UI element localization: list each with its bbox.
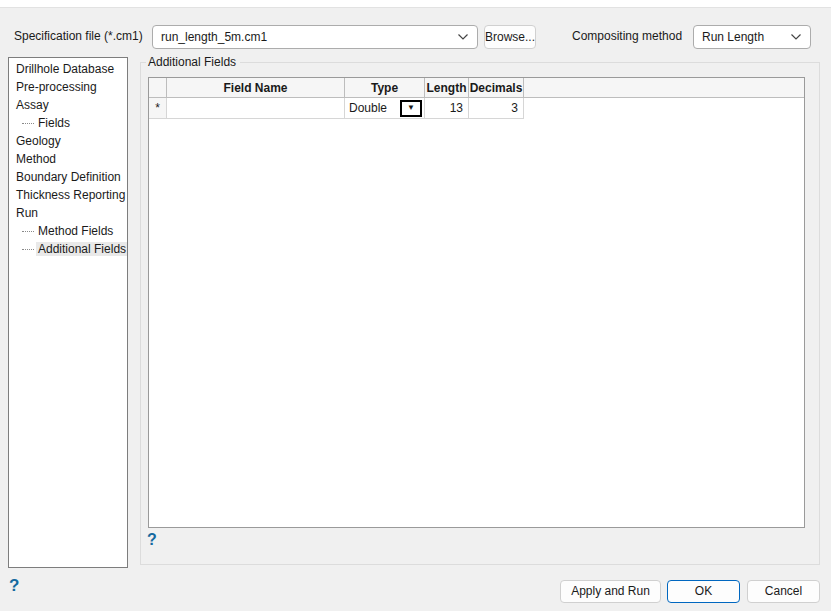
compositing-method-label: Compositing method	[572, 29, 682, 43]
compositing-dialog: { "header": { "spec_label": "Specificati…	[0, 0, 831, 611]
tree-item-pre-processing[interactable]: Pre-processing	[9, 78, 127, 96]
grid-help-icon[interactable]: ?	[147, 531, 157, 549]
tree-item-method-fields[interactable]: Method Fields	[9, 222, 127, 240]
settings-nav-tree: Drillhole Database Pre-processing Assay …	[8, 57, 128, 568]
chevron-down-icon	[790, 33, 802, 41]
type-cell[interactable]: Double ▼	[345, 98, 425, 119]
tree-item-boundary-definition[interactable]: Boundary Definition	[9, 168, 127, 186]
specification-file-label: Specification file (*.cm1)	[14, 29, 143, 43]
table-row: * Double ▼ 13 3	[149, 98, 804, 119]
tree-item-method[interactable]: Method	[9, 150, 127, 168]
column-header-type: Type	[345, 78, 425, 98]
tree-item-additional-fields[interactable]: Additional Fields	[9, 240, 127, 258]
cancel-button[interactable]: Cancel	[747, 580, 820, 603]
chevron-down-icon	[457, 33, 469, 41]
grid-corner-cell	[149, 78, 167, 98]
grid-header-row: Field Name Type Length Decimals	[149, 78, 804, 98]
additional-fields-grid: Field Name Type Length Decimals * Double…	[148, 77, 805, 528]
tree-connector	[22, 231, 34, 232]
tree-item-run[interactable]: Run	[9, 204, 127, 222]
column-header-length: Length	[425, 78, 469, 98]
tree-connector	[22, 123, 34, 124]
ok-button[interactable]: OK	[667, 580, 740, 603]
length-cell[interactable]: 13	[425, 98, 469, 119]
browse-button[interactable]: Browse...	[484, 25, 536, 49]
tree-item-assay-fields[interactable]: Fields	[9, 114, 127, 132]
tree-item-thickness-reporting[interactable]: Thickness Reporting	[9, 186, 127, 204]
dialog-help-icon[interactable]: ?	[9, 576, 19, 596]
tree-connector	[22, 249, 34, 250]
titlebar-strip	[0, 0, 831, 8]
specification-file-combobox[interactable]: run_length_5m.cm1	[152, 25, 478, 49]
tree-item-geology[interactable]: Geology	[9, 132, 127, 150]
compositing-method-value: Run Length	[702, 30, 784, 44]
row-filler-cell	[524, 98, 804, 119]
grid-empty-area	[149, 119, 804, 527]
tree-item-assay[interactable]: Assay	[9, 96, 127, 114]
additional-fields-group-title: Additional Fields	[146, 55, 240, 69]
compositing-method-combobox[interactable]: Run Length	[693, 25, 811, 49]
column-header-field-name: Field Name	[167, 78, 345, 98]
column-header-filler	[524, 78, 804, 98]
type-cell-value: Double	[349, 101, 387, 115]
field-name-cell[interactable]	[167, 98, 345, 119]
decimals-cell[interactable]: 3	[469, 98, 524, 119]
tree-item-drillhole-database[interactable]: Drillhole Database	[9, 60, 127, 78]
row-header-new-row-marker: *	[149, 98, 167, 119]
specification-file-value: run_length_5m.cm1	[161, 30, 451, 44]
type-dropdown-button[interactable]: ▼	[400, 100, 422, 117]
apply-and-run-button[interactable]: Apply and Run	[560, 580, 661, 603]
dropdown-arrow-icon: ▼	[407, 104, 415, 112]
column-header-decimals: Decimals	[469, 78, 524, 98]
